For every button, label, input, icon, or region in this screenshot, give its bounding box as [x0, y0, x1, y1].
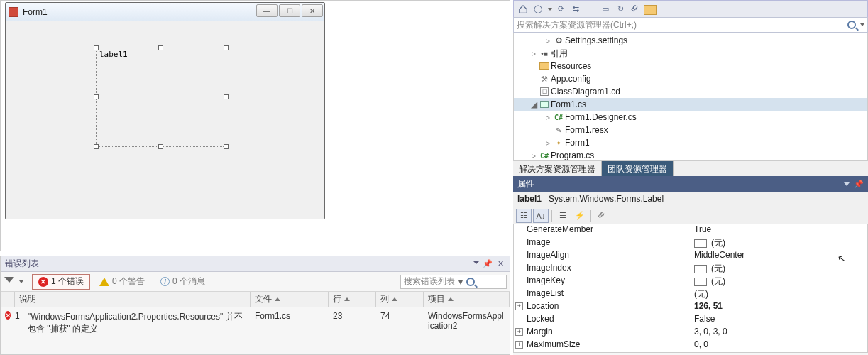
- col-project[interactable]: 项目: [424, 292, 510, 307]
- solution-toolbar: ◯ ⟳ ⇆ ☰ ▭ ↻: [513, 0, 868, 17]
- tree-item-form1designer[interactable]: ▹C#Form1.Designer.cs: [514, 111, 867, 124]
- tree-item-form1cs[interactable]: ◢Form1.cs: [514, 98, 867, 111]
- resize-handle-tc[interactable]: [158, 45, 163, 50]
- solution-tabs: 解决方案资源管理器 团队资源管理器: [513, 160, 868, 176]
- alphabetical-button[interactable]: A↓: [533, 209, 549, 223]
- property-row[interactable]: ImageIndex(无): [514, 263, 867, 275]
- property-row[interactable]: GenerateMemberTrue: [514, 224, 867, 237]
- form-window[interactable]: Form1 — ☐ ✕ label1: [5, 2, 325, 219]
- collapse-icon[interactable]: ⇆: [569, 3, 582, 16]
- solution-tree[interactable]: ▹Settings.settings ▹引用 Resources App.con…: [513, 33, 868, 160]
- search-dropdown-icon[interactable]: ▾: [455, 277, 466, 287]
- property-pages-button[interactable]: [594, 209, 610, 223]
- tree-item-form1class[interactable]: ▹Form1: [514, 136, 867, 149]
- resize-handle-bl[interactable]: [94, 144, 99, 149]
- open-folder-icon[interactable]: [644, 5, 657, 15]
- col-column[interactable]: 列: [376, 292, 424, 307]
- properties-object-selector[interactable]: label1 System.Windows.Forms.Label: [513, 192, 868, 207]
- property-value[interactable]: (无): [711, 263, 725, 273]
- property-value[interactable]: MiddleCenter: [694, 250, 745, 260]
- sync-icon[interactable]: ⟳: [554, 3, 567, 16]
- error-description: "WindowsFormsApplication2.Properties.Res…: [23, 311, 251, 335]
- refresh-icon[interactable]: ↻: [614, 3, 627, 16]
- filter-dropdown-icon[interactable]: [19, 280, 23, 283]
- tree-item-settings[interactable]: ▹Settings.settings: [514, 34, 867, 47]
- expand-icon[interactable]: +: [515, 302, 523, 310]
- property-row[interactable]: +MaximumSize0, 0: [514, 339, 867, 352]
- property-name: ImageIndex: [527, 263, 571, 273]
- solution-search-input[interactable]: 搜索解决方案资源管理器(Ctrl+;): [513, 17, 868, 33]
- filter-icon[interactable]: [4, 276, 15, 288]
- resize-handle-mr[interactable]: [224, 94, 229, 99]
- col-description[interactable]: 说明: [15, 292, 251, 307]
- property-value[interactable]: False: [694, 314, 715, 324]
- resize-handle-ml[interactable]: [94, 94, 99, 99]
- property-value[interactable]: (无): [694, 289, 708, 299]
- back-icon[interactable]: ◯: [532, 3, 544, 16]
- config-icon: [538, 75, 551, 84]
- warnings-filter-button[interactable]: 0 个警告: [93, 274, 151, 290]
- property-row[interactable]: Image(无): [514, 237, 867, 250]
- pin-icon[interactable]: 📌: [483, 259, 493, 269]
- col-line[interactable]: 行: [329, 292, 376, 307]
- tree-item-programcs[interactable]: ▹C#Program.cs: [514, 149, 867, 160]
- resize-handle-tl[interactable]: [94, 45, 99, 50]
- resize-handle-bc[interactable]: [158, 144, 163, 149]
- tree-item-resources[interactable]: Resources: [514, 60, 867, 72]
- property-row[interactable]: ImageAlignMiddleCenter: [514, 250, 867, 263]
- tree-item-appconfig[interactable]: App.config: [514, 72, 867, 85]
- designer-surface[interactable]: Form1 — ☐ ✕ label1: [0, 0, 510, 251]
- expand-icon[interactable]: +: [515, 341, 523, 349]
- maximize-button[interactable]: ☐: [279, 4, 300, 17]
- form-title: Form1: [23, 7, 48, 17]
- property-value[interactable]: 3, 0, 3, 0: [694, 327, 727, 337]
- showall-icon[interactable]: ▭: [599, 3, 612, 16]
- tab-team-explorer[interactable]: 团队资源管理器: [602, 161, 674, 176]
- history-dropdown-icon[interactable]: [548, 8, 552, 11]
- panel-menu-icon[interactable]: [844, 182, 850, 186]
- error-row[interactable]: ✕ 1 "WindowsFormsApplication2.Properties…: [1, 307, 510, 339]
- error-search-input[interactable]: 搜索错误列表 ▾: [400, 275, 507, 289]
- property-value[interactable]: (无): [711, 276, 725, 286]
- categorized-button[interactable]: ☷: [516, 209, 532, 223]
- errors-filter-button[interactable]: ✕ 1 个错误: [32, 274, 90, 290]
- search-icon[interactable]: [466, 278, 475, 286]
- property-row[interactable]: ImageList(无): [514, 288, 867, 301]
- property-value[interactable]: 0, 0: [694, 339, 708, 349]
- property-row[interactable]: LockedFalse: [514, 314, 867, 327]
- form-client-area[interactable]: label1: [9, 21, 321, 215]
- form-file-icon: [540, 101, 549, 108]
- expand-icon[interactable]: +: [515, 328, 523, 336]
- col-file[interactable]: 文件: [251, 292, 329, 307]
- search-icon[interactable]: [847, 21, 856, 29]
- pin-icon[interactable]: 📌: [854, 180, 864, 189]
- tree-item-references[interactable]: ▹引用: [514, 47, 867, 60]
- minimize-button[interactable]: —: [256, 4, 278, 17]
- tree-item-form1resx[interactable]: Form1.resx: [514, 124, 867, 136]
- events-button[interactable]: ⚡: [572, 209, 588, 223]
- resize-handle-br[interactable]: [224, 144, 229, 149]
- property-value[interactable]: (无): [711, 238, 725, 248]
- tab-solution-explorer[interactable]: 解决方案资源管理器: [513, 161, 602, 176]
- col-icon[interactable]: [1, 292, 15, 307]
- property-row[interactable]: +Margin3, 0, 3, 0: [514, 327, 867, 339]
- close-button[interactable]: ✕: [302, 4, 323, 17]
- panel-menu-icon[interactable]: [473, 261, 480, 268]
- property-row[interactable]: ImageKey(无): [514, 275, 867, 288]
- properties-button[interactable]: ☰: [555, 209, 571, 223]
- resize-handle-tr[interactable]: [224, 45, 229, 50]
- wrench-icon[interactable]: [629, 3, 642, 16]
- property-row[interactable]: +Location126, 51: [514, 301, 867, 314]
- close-icon[interactable]: ✕: [495, 259, 505, 269]
- search-options-icon[interactable]: [860, 23, 864, 26]
- selected-label-control[interactable]: label1: [96, 48, 226, 147]
- home-icon[interactable]: [517, 3, 529, 16]
- properties-grid[interactable]: GenerateMemberTrueImage(无)ImageAlignMidd…: [513, 224, 868, 353]
- error-line: 23: [329, 311, 376, 321]
- property-value[interactable]: 126, 51: [694, 301, 723, 311]
- property-value[interactable]: True: [694, 224, 711, 234]
- errors-count-label: 1 个错误: [51, 275, 84, 288]
- messages-filter-button[interactable]: i 0 个消息: [154, 274, 211, 290]
- tree-item-classdiagram[interactable]: ☐ClassDiagram1.cd: [514, 85, 867, 98]
- props-icon[interactable]: ☰: [584, 3, 597, 16]
